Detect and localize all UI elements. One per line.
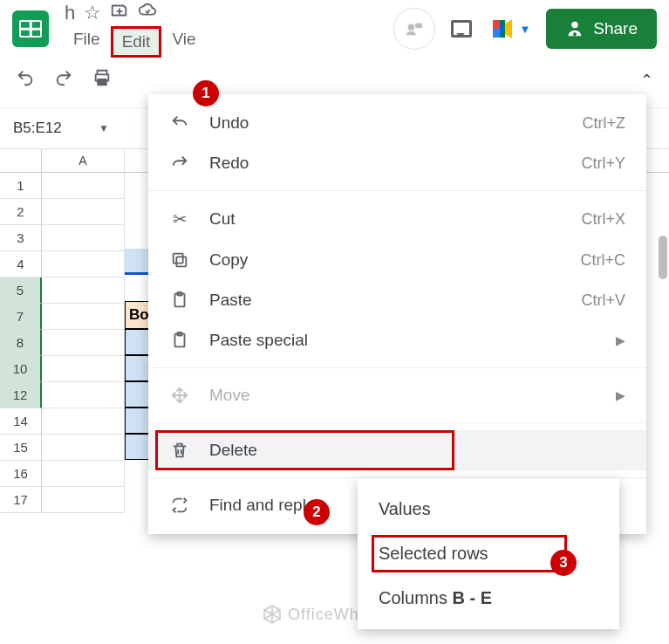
cell[interactable] xyxy=(42,487,125,513)
submenu-values[interactable]: Values xyxy=(358,487,619,531)
comments-button[interactable] xyxy=(451,20,472,38)
redo-icon xyxy=(169,154,190,173)
cell[interactable] xyxy=(42,251,125,277)
svg-point-2 xyxy=(572,22,578,28)
paste-icon xyxy=(169,291,190,310)
menu-shortcut: Ctrl+C xyxy=(580,251,625,270)
lock-icon xyxy=(565,19,584,38)
content-fragment: Bo xyxy=(125,249,151,460)
row-header[interactable]: 10 xyxy=(0,356,42,382)
svg-rect-5 xyxy=(176,257,186,266)
cell[interactable] xyxy=(125,329,151,355)
row-header[interactable]: 5 xyxy=(0,277,42,304)
watermark-icon xyxy=(262,604,283,625)
chevron-down-icon: ▼ xyxy=(519,23,530,36)
row-header[interactable]: 1 xyxy=(0,173,42,199)
comments-icon xyxy=(451,20,472,38)
header-right: ▼ Share xyxy=(393,8,657,50)
chevron-right-icon: ▶ xyxy=(616,333,625,347)
row-header[interactable]: 16 xyxy=(0,461,42,487)
row-header[interactable]: 2 xyxy=(0,199,42,225)
app-header: h ☆ File Edit Vie ▼ xyxy=(0,0,669,52)
row-header[interactable]: 8 xyxy=(0,330,42,356)
cell[interactable] xyxy=(42,199,125,225)
row-header[interactable]: 4 xyxy=(0,251,42,277)
menu-undo[interactable]: Undo Ctrl+Z xyxy=(148,103,646,143)
cell[interactable] xyxy=(125,434,151,460)
redo-button[interactable] xyxy=(54,68,73,92)
delete-submenu: Values Selected rows Columns B - E xyxy=(358,478,619,629)
select-all-corner[interactable] xyxy=(0,149,42,172)
copy-icon xyxy=(169,250,190,270)
share-label: Share xyxy=(593,19,638,38)
cell[interactable] xyxy=(42,408,125,435)
undo-button[interactable] xyxy=(16,68,35,92)
menu-redo[interactable]: Redo Ctrl+Y xyxy=(148,143,646,183)
annotation-badge-2: 2 xyxy=(304,499,330,525)
menu-label: Cut xyxy=(209,209,236,229)
menu-separator xyxy=(148,367,646,368)
menu-edit[interactable]: Edit xyxy=(111,26,162,58)
row-header[interactable]: 14 xyxy=(0,408,42,435)
menu-shortcut: Ctrl+Y xyxy=(581,154,625,173)
cell[interactable] xyxy=(42,382,125,408)
row-header[interactable]: 3 xyxy=(0,225,42,251)
chevron-down-icon: ▼ xyxy=(99,122,109,134)
menu-label: Delete xyxy=(209,441,257,460)
find-replace-icon xyxy=(169,496,190,515)
activity-button[interactable] xyxy=(393,8,435,50)
collapse-toolbar-icon[interactable]: ⌃ xyxy=(640,71,653,90)
cell[interactable] xyxy=(42,304,125,330)
submenu-selected-rows[interactable]: Selected rows xyxy=(358,531,619,576)
svg-rect-4 xyxy=(98,79,107,85)
star-icon[interactable]: ☆ xyxy=(84,2,101,24)
cell[interactable] xyxy=(125,355,151,381)
svg-point-0 xyxy=(408,24,414,31)
cloud-status-icon[interactable] xyxy=(138,1,157,25)
move-icon[interactable] xyxy=(110,1,129,25)
row-header[interactable]: 15 xyxy=(0,435,42,461)
svg-rect-6 xyxy=(174,254,183,264)
document-title[interactable]: h xyxy=(65,2,75,24)
name-box[interactable]: B5:E12 ▼ xyxy=(9,113,113,143)
annotation-badge-3: 3 xyxy=(550,550,577,576)
scrollbar[interactable] xyxy=(659,236,667,279)
menu-copy[interactable]: Copy Ctrl+C xyxy=(148,240,646,280)
cut-icon: ✂ xyxy=(169,209,190,230)
cell[interactable] xyxy=(42,330,125,356)
edit-menu-dropdown: Undo Ctrl+Z Redo Ctrl+Y ✂ Cut Ctrl+X Cop… xyxy=(148,94,646,534)
menu-delete[interactable]: Delete xyxy=(148,430,646,470)
menu-paste-special[interactable]: Paste special ▶ xyxy=(148,320,646,360)
title-area: h ☆ File Edit Vie xyxy=(65,0,205,58)
cell[interactable] xyxy=(42,435,125,461)
cell[interactable] xyxy=(125,408,151,434)
menu-cut[interactable]: ✂ Cut Ctrl+X xyxy=(148,198,646,240)
meet-button[interactable]: ▼ xyxy=(488,15,530,43)
row-header[interactable]: 17 xyxy=(0,487,42,513)
paste-special-icon xyxy=(169,331,190,350)
cell[interactable] xyxy=(42,277,125,304)
menu-paste[interactable]: Paste Ctrl+V xyxy=(148,280,646,320)
menu-label: Redo xyxy=(209,154,249,173)
menu-label: Copy xyxy=(209,250,248,270)
row-header[interactable]: 7 xyxy=(0,304,42,330)
cell[interactable] xyxy=(42,173,125,199)
svg-rect-1 xyxy=(415,24,422,28)
submenu-columns[interactable]: Columns B - E xyxy=(358,576,619,620)
cell[interactable] xyxy=(42,461,125,487)
cell-b4[interactable]: Bo xyxy=(125,301,151,329)
menu-shortcut: Ctrl+Z xyxy=(583,114,626,133)
cell[interactable] xyxy=(42,225,125,251)
cell[interactable] xyxy=(125,381,151,408)
menu-shortcut: Ctrl+V xyxy=(581,291,625,310)
name-box-value: B5:E12 xyxy=(13,120,62,137)
column-header-a[interactable]: A xyxy=(42,149,125,172)
cell[interactable] xyxy=(42,356,125,382)
share-button[interactable]: Share xyxy=(546,9,657,49)
print-button[interactable] xyxy=(92,68,112,92)
row-header[interactable]: 12 xyxy=(0,382,42,408)
menu-label: Move xyxy=(209,386,249,405)
menu-label: Paste xyxy=(209,291,252,310)
menu-label: Paste special xyxy=(209,331,308,350)
annotation-badge-1: 1 xyxy=(193,80,219,106)
